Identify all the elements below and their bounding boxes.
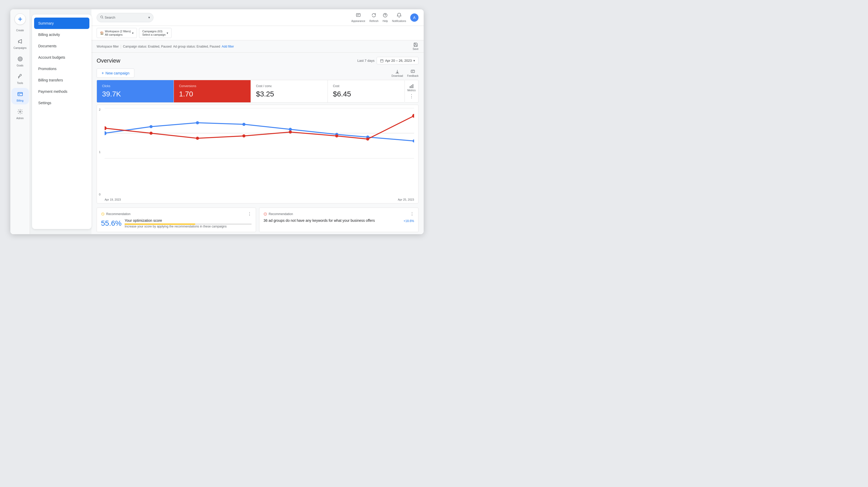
metrics-row: + New campaign Download Feedback [91, 66, 424, 80]
cost-label: Cost [333, 84, 399, 88]
svg-rect-10 [411, 70, 414, 73]
nav-item-goals[interactable]: Goals [11, 53, 29, 69]
refresh-button[interactable]: Refresh [369, 13, 378, 23]
rec-more-icon-2[interactable]: ⋮ [410, 211, 414, 217]
top-bar: Search ▾ Appearance [91, 9, 424, 26]
svg-point-24 [412, 139, 414, 142]
billing-submenu: Summary Billing activity Documents Accou… [32, 15, 91, 229]
appearance-button[interactable]: Appearance [351, 13, 365, 23]
nav-item-billing[interactable]: Billing [11, 88, 29, 105]
icon-nav: Create Campaigns Goals [10, 9, 30, 234]
svg-point-4 [20, 111, 21, 112]
cost-per-conv-label: Cost / conv. [256, 84, 322, 88]
conversions-value: 1.70 [179, 90, 245, 98]
improvement-badge: +18.6% [404, 219, 414, 223]
svg-rect-3 [18, 92, 22, 96]
save-button[interactable]: Save [412, 42, 418, 50]
date-chevron-icon: ▾ [413, 59, 415, 62]
svg-point-29 [289, 131, 292, 134]
rec-content-2: 36 ad groups do not have any keywords fo… [264, 219, 414, 224]
workspace-chevron-icon: ▾ [132, 31, 133, 35]
submenu-item-settings[interactable]: Settings [32, 97, 91, 109]
submenu-item-promotions[interactable]: Promotions [32, 63, 91, 75]
filter-adgroup-status[interactable]: Ad group status: Enabled, Paused [173, 45, 220, 48]
submenu-item-summary[interactable]: Summary [34, 18, 89, 29]
add-filter-button[interactable]: Add filter [222, 45, 234, 48]
search-chevron-icon: ▾ [148, 16, 150, 19]
submenu-item-billing-activity[interactable]: Billing activity [32, 29, 91, 40]
submenu-item-account-budgets[interactable]: Account budgets [32, 52, 91, 63]
svg-rect-13 [412, 85, 413, 88]
workspace-dropdown[interactable]: 🏠 Workspace (2 filters) All campaigns ▾ [97, 28, 137, 38]
nav-item-admin[interactable]: Admin [11, 106, 29, 122]
y-label-2: 2 [99, 108, 100, 111]
chart-y-labels: 2 1 0 [99, 108, 100, 196]
page-title: Overview [97, 57, 120, 64]
main-content: Search ▾ Appearance [91, 9, 424, 234]
metric-card-cost-per-conv[interactable]: Cost / conv. $3.25 [251, 80, 328, 103]
rec-header-left-1: Recommendation [101, 212, 130, 216]
svg-point-20 [242, 123, 245, 126]
create-button[interactable] [14, 13, 26, 25]
svg-rect-6 [356, 13, 360, 17]
nav-item-campaigns[interactable]: Campaigns [11, 35, 29, 52]
top-bar-right: Appearance Refresh [351, 13, 418, 23]
admin-icon [16, 108, 24, 116]
filter-campaign-status[interactable]: Campaign status: Enabled, Paused [123, 45, 172, 48]
user-avatar[interactable]: A [410, 13, 418, 22]
nav-item-create[interactable]: Create [11, 27, 29, 34]
overview-header: Overview Last 7 days Apr 20 – 26, 2023 ▾ [91, 53, 424, 66]
rec-header-1: Recommendation ⋮ [101, 211, 252, 217]
metric-card-clicks[interactable]: Clicks 39.7K [97, 80, 174, 103]
svg-point-21 [289, 128, 292, 131]
search-bar[interactable]: Search ▾ [97, 13, 153, 22]
appearance-icon [356, 13, 361, 19]
rec-header-left-2: Recommendation [264, 212, 293, 216]
metrics-options: Metrics ⋮ [405, 80, 418, 103]
svg-point-2 [20, 59, 21, 59]
tools-icon [16, 73, 24, 81]
metric-card-conversions[interactable]: Conversions 1.70 [174, 80, 251, 103]
download-button[interactable]: Download [392, 69, 403, 77]
campaigns-icon [16, 37, 24, 46]
x-label-start: Apr 19, 2023 [104, 198, 121, 201]
filter-bar: 🏠 Workspace (2 filters) All campaigns ▾ … [91, 26, 424, 40]
rec-card-ad-groups: Recommendation ⋮ 36 ad groups do not hav… [259, 207, 418, 232]
more-options-button[interactable]: ⋮ [409, 93, 414, 99]
svg-point-27 [196, 137, 199, 140]
campaigns-dropdown[interactable]: Campaigns (63) Select a campaign ▾ [139, 28, 172, 38]
new-campaign-button[interactable]: + New campaign [97, 68, 134, 78]
svg-point-25 [104, 126, 106, 130]
chart-area: 2 1 0 [97, 105, 418, 203]
cost-value: $6.45 [333, 90, 399, 98]
rec-header-2: Recommendation ⋮ [264, 211, 414, 217]
y-label-1: 1 [99, 150, 100, 153]
metrics-button[interactable]: Metrics [407, 84, 416, 92]
opt-score-value: 55.6% [101, 219, 121, 227]
svg-point-19 [196, 121, 199, 124]
x-label-end: Apr 25, 2023 [398, 198, 414, 201]
filter-workspace[interactable]: Workspace filter [97, 45, 119, 48]
clicks-label: Clicks [102, 84, 168, 88]
submenu-item-payment-methods[interactable]: Payment methods [32, 86, 91, 97]
goals-icon [16, 55, 24, 63]
new-campaign-plus-icon: + [101, 71, 104, 76]
metric-card-cost[interactable]: Cost $6.45 [328, 80, 405, 103]
help-button[interactable]: Help [382, 13, 388, 23]
svg-point-26 [150, 132, 153, 135]
nav-item-tools[interactable]: Tools [11, 70, 29, 87]
filter-tags: Workspace filter | Campaign status: Enab… [97, 44, 234, 49]
recommendations: Recommendation ⋮ 55.6% Your optimization… [97, 207, 418, 232]
score-row: 55.6% Your optimization score Increase y… [101, 219, 252, 228]
submenu-item-documents[interactable]: Documents [32, 40, 91, 52]
rec-card-opt-score: Recommendation ⋮ 55.6% Your optimization… [97, 207, 256, 232]
feedback-button[interactable]: Feedback [407, 69, 418, 77]
cost-per-conv-value: $3.25 [256, 90, 322, 98]
date-picker-button[interactable]: Apr 20 – 26, 2023 ▾ [377, 57, 418, 64]
submenu-item-billing-transfers[interactable]: Billing transfers [32, 75, 91, 86]
notifications-button[interactable]: Notifications [392, 13, 406, 23]
campaigns-chevron-icon: ▾ [167, 31, 168, 35]
svg-rect-11 [410, 86, 410, 88]
svg-point-28 [242, 135, 245, 138]
rec-more-icon-1[interactable]: ⋮ [247, 211, 252, 217]
